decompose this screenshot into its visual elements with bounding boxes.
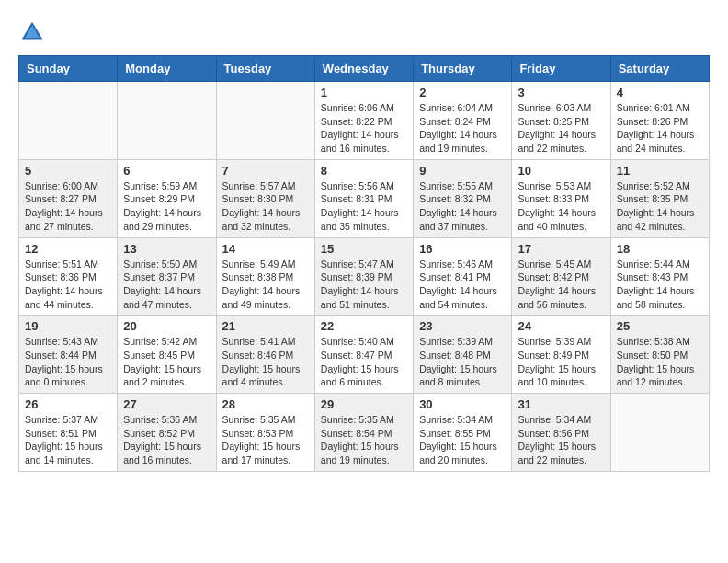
day-number: 28	[222, 397, 309, 411]
day-number: 27	[123, 397, 210, 411]
day-info: Sunrise: 5:50 AM Sunset: 8:37 PM Dayligh…	[123, 258, 210, 312]
calendar-cell: 16Sunrise: 5:46 AM Sunset: 8:41 PM Dayli…	[414, 237, 512, 316]
calendar-cell	[216, 82, 314, 160]
calendar-cell: 10Sunrise: 5:53 AM Sunset: 8:33 PM Dayli…	[512, 159, 610, 237]
calendar-cell: 23Sunrise: 5:39 AM Sunset: 8:48 PM Dayli…	[414, 316, 512, 394]
calendar-cell: 15Sunrise: 5:47 AM Sunset: 8:39 PM Dayli…	[314, 237, 413, 316]
day-info: Sunrise: 5:52 AM Sunset: 8:35 PM Dayligh…	[617, 179, 703, 234]
day-number: 8	[321, 164, 407, 178]
calendar-week-row: 1Sunrise: 6:06 AM Sunset: 8:22 PM Daylig…	[19, 82, 710, 160]
day-number: 1	[321, 86, 407, 99]
day-info: Sunrise: 5:53 AM Sunset: 8:33 PM Dayligh…	[518, 179, 604, 234]
day-info: Sunrise: 6:01 AM Sunset: 8:26 PM Dayligh…	[617, 101, 703, 155]
calendar-cell: 14Sunrise: 5:49 AM Sunset: 8:38 PM Dayli…	[216, 237, 314, 316]
day-number: 7	[222, 164, 309, 178]
day-info: Sunrise: 5:39 AM Sunset: 8:48 PM Dayligh…	[419, 335, 506, 389]
day-number: 16	[419, 242, 506, 256]
day-info: Sunrise: 5:51 AM Sunset: 8:36 PM Dayligh…	[25, 258, 111, 312]
calendar-week-row: 19Sunrise: 5:43 AM Sunset: 8:44 PM Dayli…	[19, 316, 710, 394]
day-info: Sunrise: 5:39 AM Sunset: 8:49 PM Dayligh…	[518, 335, 604, 389]
calendar-cell: 6Sunrise: 5:59 AM Sunset: 8:29 PM Daylig…	[118, 159, 216, 237]
calendar-cell: 29Sunrise: 5:35 AM Sunset: 8:54 PM Dayli…	[314, 394, 413, 472]
day-number: 20	[123, 319, 210, 333]
calendar-cell	[19, 82, 118, 160]
weekday-header: Wednesday	[314, 56, 413, 82]
day-number: 3	[518, 86, 604, 99]
day-number: 15	[321, 242, 407, 256]
day-number: 30	[419, 397, 506, 411]
calendar-cell: 4Sunrise: 6:01 AM Sunset: 8:26 PM Daylig…	[610, 82, 709, 160]
day-info: Sunrise: 5:43 AM Sunset: 8:44 PM Dayligh…	[25, 335, 111, 389]
day-number: 2	[419, 86, 506, 99]
day-info: Sunrise: 5:49 AM Sunset: 8:38 PM Dayligh…	[222, 258, 309, 312]
day-info: Sunrise: 5:47 AM Sunset: 8:39 PM Dayligh…	[321, 258, 407, 312]
day-info: Sunrise: 5:46 AM Sunset: 8:41 PM Dayligh…	[419, 258, 506, 312]
logo-icon	[18, 18, 46, 46]
day-number: 19	[25, 319, 111, 333]
calendar-cell: 21Sunrise: 5:41 AM Sunset: 8:46 PM Dayli…	[216, 316, 314, 394]
calendar-cell: 9Sunrise: 5:55 AM Sunset: 8:32 PM Daylig…	[414, 159, 512, 237]
day-number: 17	[518, 242, 604, 256]
day-number: 26	[25, 397, 111, 411]
calendar-cell: 18Sunrise: 5:44 AM Sunset: 8:43 PM Dayli…	[610, 237, 709, 316]
calendar-cell: 31Sunrise: 5:34 AM Sunset: 8:56 PM Dayli…	[512, 394, 610, 472]
day-number: 22	[321, 319, 407, 333]
day-number: 24	[518, 319, 604, 333]
day-number: 11	[617, 164, 703, 178]
calendar-cell: 12Sunrise: 5:51 AM Sunset: 8:36 PM Dayli…	[19, 237, 118, 316]
calendar-cell: 28Sunrise: 5:35 AM Sunset: 8:53 PM Dayli…	[216, 394, 314, 472]
calendar-cell: 17Sunrise: 5:45 AM Sunset: 8:42 PM Dayli…	[512, 237, 610, 316]
calendar-cell: 22Sunrise: 5:40 AM Sunset: 8:47 PM Dayli…	[314, 316, 413, 394]
weekday-header: Saturday	[610, 56, 709, 82]
day-info: Sunrise: 5:40 AM Sunset: 8:47 PM Dayligh…	[321, 335, 407, 389]
day-info: Sunrise: 5:55 AM Sunset: 8:32 PM Dayligh…	[419, 179, 506, 234]
day-number: 21	[222, 319, 309, 333]
calendar-cell: 30Sunrise: 5:34 AM Sunset: 8:55 PM Dayli…	[414, 394, 512, 472]
day-info: Sunrise: 6:00 AM Sunset: 8:27 PM Dayligh…	[25, 179, 111, 234]
day-info: Sunrise: 5:34 AM Sunset: 8:55 PM Dayligh…	[419, 413, 506, 467]
day-info: Sunrise: 6:06 AM Sunset: 8:22 PM Dayligh…	[321, 101, 407, 155]
calendar-cell: 5Sunrise: 6:00 AM Sunset: 8:27 PM Daylig…	[19, 159, 118, 237]
day-info: Sunrise: 5:41 AM Sunset: 8:46 PM Dayligh…	[222, 335, 309, 389]
day-number: 4	[617, 86, 703, 99]
calendar-cell: 25Sunrise: 5:38 AM Sunset: 8:50 PM Dayli…	[610, 316, 709, 394]
weekday-header: Sunday	[19, 56, 118, 82]
day-info: Sunrise: 5:45 AM Sunset: 8:42 PM Dayligh…	[518, 258, 604, 312]
calendar-cell: 27Sunrise: 5:36 AM Sunset: 8:52 PM Dayli…	[118, 394, 216, 472]
day-number: 25	[617, 319, 703, 333]
calendar-cell: 26Sunrise: 5:37 AM Sunset: 8:51 PM Dayli…	[19, 394, 118, 472]
day-number: 18	[617, 242, 703, 256]
day-number: 12	[25, 242, 111, 256]
logo	[18, 18, 50, 46]
day-info: Sunrise: 5:56 AM Sunset: 8:31 PM Dayligh…	[321, 179, 407, 234]
calendar-cell: 3Sunrise: 6:03 AM Sunset: 8:25 PM Daylig…	[512, 82, 610, 160]
calendar-cell: 20Sunrise: 5:42 AM Sunset: 8:45 PM Dayli…	[118, 316, 216, 394]
calendar-cell: 24Sunrise: 5:39 AM Sunset: 8:49 PM Dayli…	[512, 316, 610, 394]
day-info: Sunrise: 5:37 AM Sunset: 8:51 PM Dayligh…	[25, 413, 111, 467]
calendar-cell: 11Sunrise: 5:52 AM Sunset: 8:35 PM Dayli…	[610, 159, 709, 237]
calendar-cell: 7Sunrise: 5:57 AM Sunset: 8:30 PM Daylig…	[216, 159, 314, 237]
day-number: 29	[321, 397, 407, 411]
day-info: Sunrise: 5:35 AM Sunset: 8:53 PM Dayligh…	[222, 413, 309, 467]
day-info: Sunrise: 5:44 AM Sunset: 8:43 PM Dayligh…	[617, 258, 703, 312]
day-number: 31	[518, 397, 604, 411]
page-header	[18, 18, 710, 46]
calendar-cell	[610, 394, 709, 472]
day-number: 10	[518, 164, 604, 178]
weekday-header: Tuesday	[216, 56, 314, 82]
day-number: 5	[25, 164, 111, 178]
day-info: Sunrise: 5:34 AM Sunset: 8:56 PM Dayligh…	[518, 413, 604, 467]
calendar-cell: 8Sunrise: 5:56 AM Sunset: 8:31 PM Daylig…	[314, 159, 413, 237]
day-number: 23	[419, 319, 506, 333]
calendar-week-row: 12Sunrise: 5:51 AM Sunset: 8:36 PM Dayli…	[19, 237, 710, 316]
day-info: Sunrise: 6:04 AM Sunset: 8:24 PM Dayligh…	[419, 101, 506, 155]
weekday-header: Friday	[512, 56, 610, 82]
calendar-week-row: 5Sunrise: 6:00 AM Sunset: 8:27 PM Daylig…	[19, 159, 710, 237]
weekday-header: Thursday	[414, 56, 512, 82]
day-info: Sunrise: 6:03 AM Sunset: 8:25 PM Dayligh…	[518, 101, 604, 155]
day-info: Sunrise: 5:36 AM Sunset: 8:52 PM Dayligh…	[123, 413, 210, 467]
day-info: Sunrise: 5:57 AM Sunset: 8:30 PM Dayligh…	[222, 179, 309, 234]
day-number: 6	[123, 164, 210, 178]
day-info: Sunrise: 5:38 AM Sunset: 8:50 PM Dayligh…	[617, 335, 703, 389]
weekday-header: Monday	[118, 56, 216, 82]
